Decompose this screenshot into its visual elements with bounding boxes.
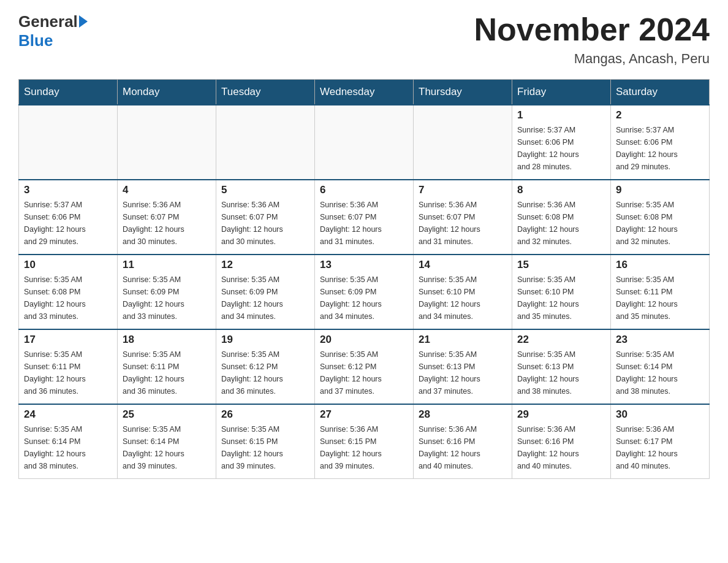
day-number: 18 — [123, 334, 211, 346]
calendar-cell: 23Sunrise: 5:35 AMSunset: 6:14 PMDayligh… — [611, 329, 710, 404]
day-number: 13 — [320, 259, 408, 271]
calendar-cell: 2Sunrise: 5:37 AMSunset: 6:06 PMDaylight… — [611, 105, 710, 180]
day-info: Sunrise: 5:35 AMSunset: 6:13 PMDaylight:… — [419, 348, 507, 397]
day-info: Sunrise: 5:35 AMSunset: 6:14 PMDaylight:… — [123, 423, 211, 472]
calendar-cell: 12Sunrise: 5:35 AMSunset: 6:09 PMDayligh… — [216, 255, 315, 329]
calendar-cell: 18Sunrise: 5:35 AMSunset: 6:11 PMDayligh… — [118, 329, 216, 404]
week-row-4: 24Sunrise: 5:35 AMSunset: 6:14 PMDayligh… — [19, 404, 710, 479]
day-number: 4 — [123, 184, 211, 196]
calendar-cell: 17Sunrise: 5:35 AMSunset: 6:11 PMDayligh… — [19, 329, 118, 404]
day-info: Sunrise: 5:36 AMSunset: 6:16 PMDaylight:… — [517, 423, 605, 472]
day-number: 24 — [24, 408, 112, 421]
logo-general: General — [18, 12, 78, 31]
location-subtitle: Mangas, Ancash, Peru — [474, 51, 710, 67]
calendar-cell: 6Sunrise: 5:36 AMSunset: 6:07 PMDaylight… — [315, 180, 414, 255]
calendar-cell — [315, 105, 414, 180]
day-info: Sunrise: 5:35 AMSunset: 6:12 PMDaylight:… — [320, 348, 408, 397]
header-row: SundayMondayTuesdayWednesdayThursdayFrid… — [19, 80, 710, 105]
logo-blue: Blue — [18, 31, 53, 50]
day-info: Sunrise: 5:37 AMSunset: 6:06 PMDaylight:… — [24, 199, 112, 248]
day-info: Sunrise: 5:35 AMSunset: 6:09 PMDaylight:… — [320, 274, 408, 323]
calendar-cell: 1Sunrise: 5:37 AMSunset: 6:06 PMDaylight… — [512, 105, 611, 180]
month-title: November 2024 — [474, 12, 710, 47]
day-info: Sunrise: 5:36 AMSunset: 6:07 PMDaylight:… — [123, 199, 211, 248]
day-info: Sunrise: 5:35 AMSunset: 6:11 PMDaylight:… — [24, 348, 112, 397]
day-number: 14 — [419, 259, 507, 271]
day-number: 6 — [320, 184, 408, 196]
header: General Blue November 2024 Mangas, Ancas… — [18, 12, 710, 67]
calendar-cell: 25Sunrise: 5:35 AMSunset: 6:14 PMDayligh… — [118, 404, 216, 479]
calendar-cell: 16Sunrise: 5:35 AMSunset: 6:11 PMDayligh… — [611, 255, 710, 329]
column-header-tuesday: Tuesday — [216, 80, 315, 105]
day-info: Sunrise: 5:37 AMSunset: 6:06 PMDaylight:… — [517, 124, 605, 173]
calendar-cell: 8Sunrise: 5:36 AMSunset: 6:08 PMDaylight… — [512, 180, 611, 255]
calendar-cell: 3Sunrise: 5:37 AMSunset: 6:06 PMDaylight… — [19, 180, 118, 255]
day-number: 16 — [616, 259, 704, 271]
column-header-sunday: Sunday — [19, 80, 118, 105]
day-number: 27 — [320, 408, 408, 421]
week-row-2: 10Sunrise: 5:35 AMSunset: 6:08 PMDayligh… — [19, 255, 710, 329]
day-number: 1 — [517, 109, 605, 121]
day-number: 26 — [221, 408, 309, 421]
day-number: 17 — [24, 334, 112, 346]
calendar-cell: 20Sunrise: 5:35 AMSunset: 6:12 PMDayligh… — [315, 329, 414, 404]
day-info: Sunrise: 5:36 AMSunset: 6:07 PMDaylight:… — [320, 199, 408, 248]
day-number: 3 — [24, 184, 112, 196]
calendar-cell: 24Sunrise: 5:35 AMSunset: 6:14 PMDayligh… — [19, 404, 118, 479]
day-number: 9 — [616, 184, 704, 196]
day-number: 25 — [123, 408, 211, 421]
day-number: 20 — [320, 334, 408, 346]
day-number: 22 — [517, 334, 605, 346]
column-header-saturday: Saturday — [611, 80, 710, 105]
day-number: 19 — [221, 334, 309, 346]
column-header-monday: Monday — [118, 80, 216, 105]
day-number: 7 — [419, 184, 507, 196]
column-header-thursday: Thursday — [414, 80, 512, 105]
day-number: 12 — [221, 259, 309, 271]
calendar-cell: 13Sunrise: 5:35 AMSunset: 6:09 PMDayligh… — [315, 255, 414, 329]
day-info: Sunrise: 5:35 AMSunset: 6:11 PMDaylight:… — [123, 348, 211, 397]
day-info: Sunrise: 5:36 AMSunset: 6:16 PMDaylight:… — [419, 423, 507, 472]
day-info: Sunrise: 5:35 AMSunset: 6:08 PMDaylight:… — [616, 199, 704, 248]
day-info: Sunrise: 5:35 AMSunset: 6:13 PMDaylight:… — [517, 348, 605, 397]
calendar-cell: 9Sunrise: 5:35 AMSunset: 6:08 PMDaylight… — [611, 180, 710, 255]
day-info: Sunrise: 5:35 AMSunset: 6:09 PMDaylight:… — [221, 274, 309, 323]
day-info: Sunrise: 5:36 AMSunset: 6:07 PMDaylight:… — [419, 199, 507, 248]
day-info: Sunrise: 5:35 AMSunset: 6:09 PMDaylight:… — [123, 274, 211, 323]
day-info: Sunrise: 5:35 AMSunset: 6:14 PMDaylight:… — [24, 423, 112, 472]
day-number: 8 — [517, 184, 605, 196]
calendar-table: SundayMondayTuesdayWednesdayThursdayFrid… — [18, 79, 710, 479]
day-info: Sunrise: 5:36 AMSunset: 6:07 PMDaylight:… — [221, 199, 309, 248]
day-info: Sunrise: 5:35 AMSunset: 6:10 PMDaylight:… — [419, 274, 507, 323]
day-info: Sunrise: 5:35 AMSunset: 6:14 PMDaylight:… — [616, 348, 704, 397]
calendar-cell: 27Sunrise: 5:36 AMSunset: 6:15 PMDayligh… — [315, 404, 414, 479]
day-number: 11 — [123, 259, 211, 271]
day-number: 23 — [616, 334, 704, 346]
calendar-cell: 30Sunrise: 5:36 AMSunset: 6:17 PMDayligh… — [611, 404, 710, 479]
calendar-cell: 21Sunrise: 5:35 AMSunset: 6:13 PMDayligh… — [414, 329, 512, 404]
day-info: Sunrise: 5:36 AMSunset: 6:08 PMDaylight:… — [517, 199, 605, 248]
calendar-cell: 26Sunrise: 5:35 AMSunset: 6:15 PMDayligh… — [216, 404, 315, 479]
calendar-cell: 22Sunrise: 5:35 AMSunset: 6:13 PMDayligh… — [512, 329, 611, 404]
logo: General Blue — [18, 12, 88, 50]
title-area: November 2024 Mangas, Ancash, Peru — [474, 12, 710, 67]
calendar-cell — [414, 105, 512, 180]
day-info: Sunrise: 5:36 AMSunset: 6:15 PMDaylight:… — [320, 423, 408, 472]
calendar-cell: 19Sunrise: 5:35 AMSunset: 6:12 PMDayligh… — [216, 329, 315, 404]
calendar-cell — [216, 105, 315, 180]
day-info: Sunrise: 5:37 AMSunset: 6:06 PMDaylight:… — [616, 124, 704, 173]
day-number: 29 — [517, 408, 605, 421]
calendar-cell — [19, 105, 118, 180]
calendar-cell: 11Sunrise: 5:35 AMSunset: 6:09 PMDayligh… — [118, 255, 216, 329]
logo-arrow-icon — [79, 15, 88, 28]
day-number: 28 — [419, 408, 507, 421]
column-header-friday: Friday — [512, 80, 611, 105]
calendar-cell — [118, 105, 216, 180]
calendar-cell: 28Sunrise: 5:36 AMSunset: 6:16 PMDayligh… — [414, 404, 512, 479]
day-info: Sunrise: 5:35 AMSunset: 6:15 PMDaylight:… — [221, 423, 309, 472]
day-info: Sunrise: 5:36 AMSunset: 6:17 PMDaylight:… — [616, 423, 704, 472]
week-row-0: 1Sunrise: 5:37 AMSunset: 6:06 PMDaylight… — [19, 105, 710, 180]
day-number: 2 — [616, 109, 704, 121]
calendar-cell: 14Sunrise: 5:35 AMSunset: 6:10 PMDayligh… — [414, 255, 512, 329]
day-number: 10 — [24, 259, 112, 271]
